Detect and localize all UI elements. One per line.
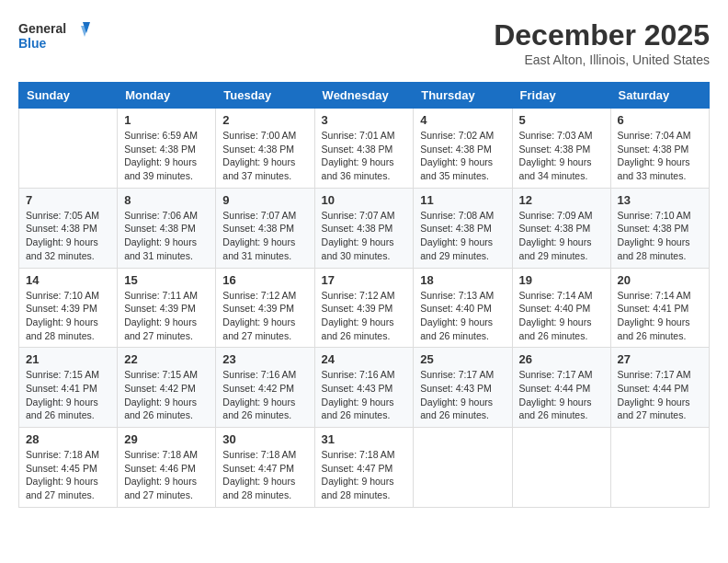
day-number: 3 (322, 113, 407, 127)
day-number: 1 (124, 113, 209, 127)
logo: General Blue (18, 18, 92, 55)
day-cell: 13Sunrise: 7:10 AM Sunset: 4:38 PM Dayli… (610, 188, 709, 268)
day-info: Sunrise: 7:14 AM Sunset: 4:40 PM Dayligh… (519, 289, 604, 343)
day-cell: 18Sunrise: 7:13 AM Sunset: 4:40 PM Dayli… (414, 268, 512, 348)
day-number: 14 (26, 273, 110, 287)
day-number: 18 (420, 273, 505, 287)
day-number: 22 (124, 352, 209, 366)
day-number: 20 (618, 273, 702, 287)
location: East Alton, Illinois, United States (494, 52, 710, 67)
day-info: Sunrise: 7:11 AM Sunset: 4:39 PM Dayligh… (124, 289, 209, 343)
column-header-saturday: Saturday (610, 83, 709, 109)
svg-text:General: General (18, 21, 66, 36)
day-cell (512, 428, 610, 508)
day-number: 15 (124, 273, 209, 287)
day-number: 17 (322, 273, 407, 287)
day-info: Sunrise: 7:18 AM Sunset: 4:47 PM Dayligh… (322, 448, 407, 502)
column-header-friday: Friday (512, 83, 610, 109)
column-header-thursday: Thursday (414, 83, 512, 109)
day-cell: 26Sunrise: 7:17 AM Sunset: 4:44 PM Dayli… (512, 348, 610, 428)
day-info: Sunrise: 7:18 AM Sunset: 4:47 PM Dayligh… (222, 448, 307, 502)
day-info: Sunrise: 7:06 AM Sunset: 4:38 PM Dayligh… (124, 209, 209, 263)
day-info: Sunrise: 7:04 AM Sunset: 4:38 PM Dayligh… (618, 129, 702, 183)
day-cell: 14Sunrise: 7:10 AM Sunset: 4:39 PM Dayli… (19, 268, 118, 348)
day-info: Sunrise: 7:18 AM Sunset: 4:45 PM Dayligh… (26, 448, 110, 502)
day-cell: 11Sunrise: 7:08 AM Sunset: 4:38 PM Dayli… (414, 188, 512, 268)
day-number: 31 (322, 432, 407, 446)
column-header-wednesday: Wednesday (314, 83, 414, 109)
day-number: 21 (26, 352, 110, 366)
day-number: 9 (222, 193, 307, 207)
day-info: Sunrise: 7:02 AM Sunset: 4:38 PM Dayligh… (420, 129, 505, 183)
day-number: 13 (618, 193, 702, 207)
day-cell: 12Sunrise: 7:09 AM Sunset: 4:38 PM Dayli… (512, 188, 610, 268)
day-info: Sunrise: 7:00 AM Sunset: 4:38 PM Dayligh… (222, 129, 307, 183)
day-info: Sunrise: 7:15 AM Sunset: 4:41 PM Dayligh… (26, 368, 110, 422)
day-number: 7 (26, 193, 110, 207)
day-cell: 15Sunrise: 7:11 AM Sunset: 4:39 PM Dayli… (118, 268, 216, 348)
day-cell: 28Sunrise: 7:18 AM Sunset: 4:45 PM Dayli… (19, 428, 118, 508)
day-cell: 23Sunrise: 7:16 AM Sunset: 4:42 PM Dayli… (216, 348, 314, 428)
svg-text:Blue: Blue (18, 36, 47, 51)
day-number: 11 (420, 193, 505, 207)
day-cell: 9Sunrise: 7:07 AM Sunset: 4:38 PM Daylig… (216, 188, 314, 268)
day-cell (610, 428, 709, 508)
column-header-monday: Monday (118, 83, 216, 109)
calendar-table: SundayMondayTuesdayWednesdayThursdayFrid… (18, 82, 710, 508)
column-header-tuesday: Tuesday (216, 83, 314, 109)
day-info: Sunrise: 7:05 AM Sunset: 4:38 PM Dayligh… (26, 209, 110, 263)
day-cell: 29Sunrise: 7:18 AM Sunset: 4:46 PM Dayli… (118, 428, 216, 508)
day-info: Sunrise: 7:10 AM Sunset: 4:39 PM Dayligh… (26, 289, 110, 343)
day-cell: 31Sunrise: 7:18 AM Sunset: 4:47 PM Dayli… (314, 428, 414, 508)
day-info: Sunrise: 7:17 AM Sunset: 4:43 PM Dayligh… (420, 368, 505, 422)
day-cell: 25Sunrise: 7:17 AM Sunset: 4:43 PM Dayli… (414, 348, 512, 428)
day-number: 16 (222, 273, 307, 287)
day-info: Sunrise: 7:16 AM Sunset: 4:42 PM Dayligh… (222, 368, 307, 422)
week-row-3: 14Sunrise: 7:10 AM Sunset: 4:39 PM Dayli… (19, 268, 710, 348)
day-cell: 21Sunrise: 7:15 AM Sunset: 4:41 PM Dayli… (19, 348, 118, 428)
day-number: 26 (519, 352, 604, 366)
week-row-2: 7Sunrise: 7:05 AM Sunset: 4:38 PM Daylig… (19, 188, 710, 268)
day-info: Sunrise: 7:07 AM Sunset: 4:38 PM Dayligh… (322, 209, 407, 263)
day-number: 2 (222, 113, 307, 127)
month-title: December 2025 (494, 18, 710, 52)
day-cell: 10Sunrise: 7:07 AM Sunset: 4:38 PM Dayli… (314, 188, 414, 268)
day-cell: 20Sunrise: 7:14 AM Sunset: 4:41 PM Dayli… (610, 268, 709, 348)
day-cell (414, 428, 512, 508)
day-info: Sunrise: 7:18 AM Sunset: 4:46 PM Dayligh… (124, 448, 209, 502)
day-cell: 6Sunrise: 7:04 AM Sunset: 4:38 PM Daylig… (610, 109, 709, 189)
day-number: 30 (222, 432, 307, 446)
day-cell: 3Sunrise: 7:01 AM Sunset: 4:38 PM Daylig… (314, 109, 414, 189)
day-info: Sunrise: 7:09 AM Sunset: 4:38 PM Dayligh… (519, 209, 604, 263)
logo-svg: General Blue (18, 18, 92, 55)
day-number: 12 (519, 193, 604, 207)
day-number: 5 (519, 113, 604, 127)
week-row-1: 1Sunrise: 6:59 AM Sunset: 4:38 PM Daylig… (19, 109, 710, 189)
day-cell: 24Sunrise: 7:16 AM Sunset: 4:43 PM Dayli… (314, 348, 414, 428)
day-number: 28 (26, 432, 110, 446)
day-cell: 16Sunrise: 7:12 AM Sunset: 4:39 PM Dayli… (216, 268, 314, 348)
calendar-header-row: SundayMondayTuesdayWednesdayThursdayFrid… (19, 83, 710, 109)
svg-marker-4 (81, 26, 88, 37)
day-cell: 4Sunrise: 7:02 AM Sunset: 4:38 PM Daylig… (414, 109, 512, 189)
day-number: 4 (420, 113, 505, 127)
day-info: Sunrise: 7:16 AM Sunset: 4:43 PM Dayligh… (322, 368, 407, 422)
day-number: 6 (618, 113, 702, 127)
day-number: 25 (420, 352, 505, 366)
day-info: Sunrise: 7:17 AM Sunset: 4:44 PM Dayligh… (519, 368, 604, 422)
column-header-sunday: Sunday (19, 83, 118, 109)
week-row-5: 28Sunrise: 7:18 AM Sunset: 4:45 PM Dayli… (19, 428, 710, 508)
day-info: Sunrise: 7:17 AM Sunset: 4:44 PM Dayligh… (618, 368, 702, 422)
day-cell (19, 109, 118, 189)
day-cell: 30Sunrise: 7:18 AM Sunset: 4:47 PM Dayli… (216, 428, 314, 508)
day-cell: 8Sunrise: 7:06 AM Sunset: 4:38 PM Daylig… (118, 188, 216, 268)
day-info: Sunrise: 7:10 AM Sunset: 4:38 PM Dayligh… (618, 209, 702, 263)
day-number: 23 (222, 352, 307, 366)
day-cell: 1Sunrise: 6:59 AM Sunset: 4:38 PM Daylig… (118, 109, 216, 189)
page-header: General Blue December 2025 East Alton, I… (18, 18, 710, 67)
day-info: Sunrise: 7:12 AM Sunset: 4:39 PM Dayligh… (322, 289, 407, 343)
day-info: Sunrise: 6:59 AM Sunset: 4:38 PM Dayligh… (124, 129, 209, 183)
day-info: Sunrise: 7:01 AM Sunset: 4:38 PM Dayligh… (322, 129, 407, 183)
title-block: December 2025 East Alton, Illinois, Unit… (494, 18, 710, 67)
day-cell: 27Sunrise: 7:17 AM Sunset: 4:44 PM Dayli… (610, 348, 709, 428)
